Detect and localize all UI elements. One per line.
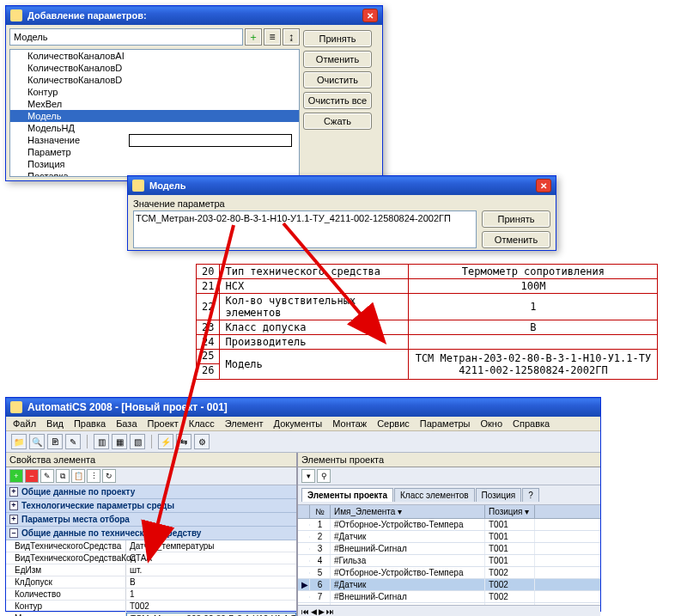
property-group[interactable]: +Технологические параметры среды [6, 499, 296, 513]
tool-icon[interactable]: ⋮ [87, 469, 100, 483]
toolbar-button[interactable]: ⚙ [194, 434, 210, 449]
toolbar-button[interactable]: ⇆ [176, 434, 192, 449]
list-item[interactable]: КоличествоКаналовAI [10, 50, 299, 62]
property-row[interactable]: Количество1 [6, 589, 296, 601]
prop-value[interactable]: T002 [126, 601, 296, 612]
toolbar-button[interactable]: ▥ [94, 434, 109, 449]
tab[interactable]: ? [522, 488, 539, 502]
add-icon[interactable]: ＋ [245, 28, 262, 46]
menu-item[interactable]: Файл [13, 418, 36, 429]
inline-value-input[interactable] [129, 134, 292, 147]
edit-icon[interactable]: ✎ [40, 469, 54, 483]
list-item[interactable]: Параметр [10, 146, 299, 158]
menu-item[interactable]: Класс [189, 418, 215, 429]
paste-icon[interactable]: 📋 [71, 469, 85, 483]
tab[interactable]: Класс элементов [394, 488, 475, 502]
nav-next-icon[interactable]: ▶ [319, 607, 325, 616]
cancel-button[interactable]: Отменить [303, 51, 372, 68]
list-item[interactable]: Позиция [10, 158, 299, 170]
list-item[interactable]: МехВел [10, 98, 299, 110]
col-header-name[interactable]: Имя_Элемента ▾ [331, 505, 485, 518]
prop-value[interactable]: 1 [126, 589, 296, 600]
property-row[interactable]: ЕдИзмшт. [6, 564, 296, 576]
menu-item[interactable]: Окно [480, 418, 502, 429]
expand-icon[interactable]: – [9, 528, 18, 538]
dropdown-icon[interactable]: ▾ [398, 507, 402, 516]
property-row[interactable]: МодельТСМ_Метран-203-02-80-B-3-1-H10-У1.… [6, 613, 296, 616]
data-grid[interactable]: 1#Отборное-Устройство-ТемпераT0012#Датчи… [298, 519, 600, 605]
nav-prev-icon[interactable]: ◀ [311, 607, 317, 616]
toolbar-button[interactable]: ▧ [130, 434, 145, 449]
property-row[interactable]: ВидТехническогоСредстваДатчик_температур… [6, 540, 296, 552]
toolbar-button[interactable]: 🖹 [47, 434, 63, 449]
menu-item[interactable]: Справка [513, 418, 550, 429]
expand-icon[interactable]: + [9, 501, 18, 510]
toolbar-button[interactable]: ⚡ [158, 434, 173, 449]
col-header-num[interactable]: № [310, 505, 331, 518]
menu-item[interactable]: Сервис [377, 418, 410, 429]
remove-icon[interactable]: − [25, 469, 39, 483]
table-row[interactable]: 1#Отборное-Устройство-ТемпераT001 [298, 519, 600, 531]
nav-first-icon[interactable]: ⏮ [301, 607, 309, 616]
list-item[interactable]: Контур [10, 86, 299, 98]
list-item[interactable]: КоличествоКаналовD [10, 74, 299, 86]
accept-button[interactable]: Принять [303, 30, 372, 47]
property-group[interactable]: +Общие данные по проекту [6, 485, 296, 499]
menu-item[interactable]: Параметры [420, 418, 471, 429]
close-icon[interactable]: ✕ [362, 9, 378, 22]
list-icon[interactable]: ≡ [264, 28, 281, 46]
col-header-pos[interactable]: Позиция ▾ [485, 505, 535, 518]
compress-button[interactable]: Сжать [303, 113, 372, 130]
menu-item[interactable]: Вид [46, 418, 64, 429]
table-row[interactable]: ▶6#ДатчикT002 [298, 579, 600, 591]
prop-value[interactable]: СТАА [126, 552, 296, 564]
expand-icon[interactable]: + [9, 487, 18, 497]
filter-icon[interactable]: ⚲ [317, 469, 331, 483]
tab[interactable]: Позиция [476, 488, 522, 502]
dropdown-icon[interactable]: ▾ [525, 507, 529, 516]
list-item[interactable]: Модель [10, 110, 299, 122]
property-group[interactable]: –Общие данные по техническому средству [6, 527, 296, 540]
sort-icon[interactable]: ↨ [283, 28, 300, 46]
menu-item[interactable]: Монтаж [332, 418, 367, 429]
list-item[interactable]: МодельНД [10, 122, 299, 134]
table-row[interactable]: 5#Отборное-Устройство-ТемпераT002 [298, 567, 600, 579]
menu-item[interactable]: Правка [74, 418, 106, 429]
toolbar-button[interactable]: ▦ [112, 434, 127, 449]
refresh-icon[interactable]: ↻ [102, 469, 116, 483]
app-titlebar[interactable]: AutomatiCS 2008 - [Новый проект - 001] [6, 398, 600, 417]
menu-item[interactable]: Элемент [225, 418, 264, 429]
prop-value[interactable]: Датчик_температуры [126, 540, 296, 552]
cancel-button[interactable]: Отменить [482, 231, 550, 248]
menu-item[interactable]: Проект [148, 418, 179, 429]
record-navigator[interactable]: ⏮ ◀ ▶ ⏭ [298, 605, 600, 616]
list-item[interactable]: КоличествоКаналовD [10, 62, 299, 74]
prop-value[interactable]: B [126, 576, 296, 588]
nav-last-icon[interactable]: ⏭ [326, 607, 334, 616]
dialog-titlebar[interactable]: Добавление параметров: ✕ [6, 6, 382, 25]
menu-item[interactable]: Документы [274, 418, 323, 429]
clear-button[interactable]: Очистить [303, 71, 372, 88]
prop-value[interactable]: шт. [126, 564, 296, 576]
table-row[interactable]: 7#Внешний-СигналT002 [298, 591, 600, 603]
menu-item[interactable]: База [116, 418, 137, 429]
table-row[interactable]: 2#ДатчикT001 [298, 531, 600, 543]
close-icon[interactable]: ✕ [536, 179, 551, 192]
accept-button[interactable]: Принять [482, 210, 550, 228]
property-row[interactable]: КлДопускB [6, 576, 296, 589]
property-row[interactable]: КонтурT002 [6, 601, 296, 613]
prop-value[interactable]: ТСМ_Метран-203-02-80-B-3-1-H10-У1.1-ТУ_4… [126, 613, 296, 616]
property-row[interactable]: ВидТехническогоСредстваКодСТАА [6, 552, 296, 564]
toolbar-button[interactable]: 🔍 [29, 434, 45, 449]
tab[interactable]: Элементы проекта [301, 488, 393, 502]
dialog-titlebar[interactable]: Модель ✕ [128, 176, 556, 195]
search-input[interactable] [9, 28, 243, 46]
parameter-list[interactable]: КоличествоКаналовAIКоличествоКаналовDКол… [9, 49, 300, 177]
toolbar-button[interactable]: 📁 [11, 434, 27, 449]
table-row[interactable]: 4#ГильзаT001 [298, 555, 600, 567]
copy-icon[interactable]: ⧉ [56, 469, 70, 483]
expand-icon[interactable]: ▾ [301, 469, 315, 483]
expand-icon[interactable]: + [9, 515, 18, 524]
toolbar-button[interactable]: ✎ [65, 434, 81, 449]
property-grid[interactable]: +Общие данные по проекту+Технологические… [6, 485, 296, 616]
